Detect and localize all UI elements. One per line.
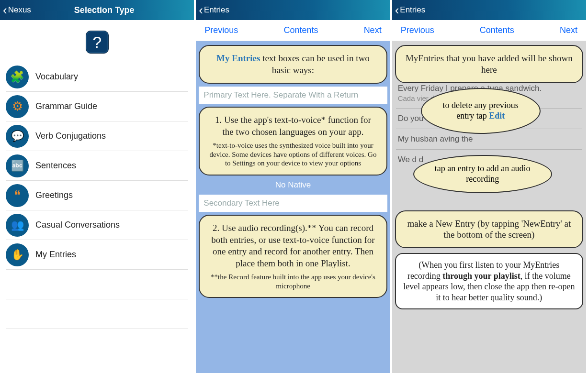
page-title: Selection Type <box>74 5 135 15</box>
list-item-my-entries[interactable]: My Entries <box>6 240 188 270</box>
intro-text: text boxes can be used in two basic ways… <box>260 53 369 75</box>
abc-icon <box>6 154 29 177</box>
chevron-left-icon: ‹ <box>199 4 203 16</box>
intro-callout: My Entries text boxes can be used in two… <box>199 45 387 84</box>
list-item-label: Verb Conjugations <box>35 131 106 141</box>
back-button[interactable]: ‹ Nexus <box>3 4 31 16</box>
help-content: MyEntries that you have added will be sh… <box>392 41 586 373</box>
secondary-text-placeholder: Secondary Text Here <box>199 195 387 212</box>
chat-icon <box>6 125 29 148</box>
back-button[interactable]: ‹ Entries <box>199 4 229 16</box>
quotes-icon <box>6 184 29 207</box>
people-icon <box>6 214 29 237</box>
page-nav: Previous Contents Next <box>392 20 586 41</box>
list-item-label: Sentences <box>35 161 76 171</box>
delete-tip-bubble: to delete any previous entry tap Edit <box>421 88 541 134</box>
blank-row <box>6 270 188 299</box>
primary-text-placeholder: Primary Text Here. Separate With a Retur… <box>199 87 387 104</box>
list-item-verb-conjugations[interactable]: Verb Conjugations <box>6 121 188 151</box>
method-1-callout: 1. Use the app's text-to-voice* function… <box>199 107 387 176</box>
chevron-left-icon: ‹ <box>3 4 7 16</box>
list-item-vocabulary[interactable]: Vocabulary <box>6 62 188 92</box>
method-2-note: **the Record feature built into the app … <box>208 273 377 291</box>
question-icon: ? <box>92 33 102 52</box>
list-item-greetings[interactable]: Greetings <box>6 181 188 210</box>
back-label: Nexus <box>8 5 31 15</box>
gears-icon <box>6 95 29 118</box>
method-2-main: 2. Use audio recording(s).** You can rec… <box>211 223 374 268</box>
content-area: ? Vocabulary Grammar Guide Verb Conjugat… <box>0 20 194 329</box>
selection-list: Vocabulary Grammar Guide Verb Conjugatio… <box>0 62 194 329</box>
list-item-casual-conversations[interactable]: Casual Conversations <box>6 210 188 240</box>
nav-header: ‹ Entries <box>196 0 390 20</box>
intro-emphasis: My Entries <box>216 53 260 63</box>
audio-tip-text: tap an entry to add an audio recording <box>426 164 540 184</box>
back-label: Entries <box>400 5 425 15</box>
delete-tip-text: to delete any previous entry tap Edit <box>433 100 528 121</box>
help-content: My Entries text boxes can be used in two… <box>196 41 390 373</box>
blank-row <box>6 299 188 329</box>
list-item-label: Greetings <box>35 190 73 200</box>
screen-entries-help-1: ‹ Entries Previous Contents Next My Entr… <box>196 0 392 373</box>
list-item-grammar-guide[interactable]: Grammar Guide <box>6 92 188 121</box>
nav-header: ‹ Entries <box>392 0 586 20</box>
screen-selection-type: ‹ Nexus Selection Type ? Vocabulary Gram… <box>0 0 196 373</box>
help-button[interactable]: ? <box>86 31 109 54</box>
help-button-container: ? <box>0 20 194 62</box>
top-callout: MyEntries that you have added will be sh… <box>395 45 583 83</box>
next-link[interactable]: Next <box>364 25 382 35</box>
list-item-label: Casual Conversations <box>35 220 120 230</box>
previous-link[interactable]: Previous <box>401 25 434 35</box>
screen-entries-help-2: ‹ Entries Previous Contents Next MyEntri… <box>392 0 588 373</box>
method-2-callout: 2. Use audio recording(s).** You can rec… <box>199 215 387 298</box>
contents-link[interactable]: Contents <box>480 25 514 35</box>
no-native-label: No Native <box>199 178 387 192</box>
list-item-label: My Entries <box>35 250 76 260</box>
audio-tip-bubble: tap an entry to add an audio recording <box>413 155 552 193</box>
chevron-left-icon: ‹ <box>395 4 399 16</box>
note-bold: through your playlist <box>442 271 520 281</box>
list-item-label: Grammar Guide <box>35 101 97 111</box>
back-button[interactable]: ‹ Entries <box>395 4 426 16</box>
previous-link[interactable]: Previous <box>204 25 238 35</box>
back-label: Entries <box>204 5 229 15</box>
list-item-label: Vocabulary <box>35 72 78 82</box>
nav-header: ‹ Nexus Selection Type <box>0 0 194 20</box>
edit-link-text: Edit <box>489 111 505 121</box>
list-item-sentences[interactable]: Sentences <box>6 151 188 181</box>
puzzle-icon <box>6 66 29 88</box>
entry-primary: My husban aving the <box>398 134 580 144</box>
contents-link[interactable]: Contents <box>283 25 318 35</box>
playlist-volume-note: (When you first listen to your MyEntries… <box>395 253 583 309</box>
next-link[interactable]: Next <box>560 25 577 35</box>
method-1-main: 1. Use the app's text-to-voice* function… <box>215 115 371 137</box>
new-entry-callout: make a New Entry (by tapping 'NewEntry' … <box>395 210 583 249</box>
page-nav: Previous Contents Next <box>196 20 390 41</box>
method-1-note: *text-to-voice uses the synthesized voic… <box>208 141 377 168</box>
hand-icon <box>6 243 29 266</box>
